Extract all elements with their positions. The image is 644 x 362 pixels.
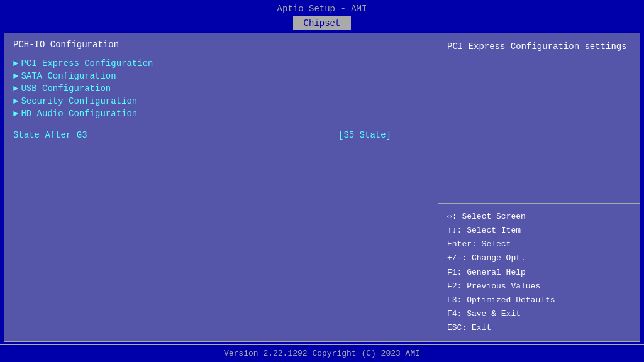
right-panel: PCI Express Configuration settings ⇔: Se…: [438, 33, 640, 341]
state-after-g3-label: State After G3: [13, 130, 87, 140]
menu-item-pci[interactable]: ► PCI Express Configuration: [13, 58, 429, 69]
menu-item-hdaudio-label: HD Audio Configuration: [21, 109, 137, 119]
state-after-g3-setting[interactable]: State After G3 [S5 State]: [13, 130, 429, 140]
chipset-tab-label: Chipset: [304, 18, 341, 28]
tab-row: Chipset: [0, 14, 644, 30]
key-help-line: +/-: Change Opt.: [447, 251, 631, 265]
left-panel: PCH-IO Configuration ► PCI Express Confi…: [4, 33, 438, 341]
key-help-line: ↑↓: Select Item: [447, 224, 631, 238]
arrow-icon-hdaudio: ►: [13, 109, 18, 119]
menu-item-usb[interactable]: ► USB Configuration: [13, 84, 429, 94]
right-panel-keys: ⇔: Select Screen↑↓: Select ItemEnter: Se…: [438, 204, 640, 341]
chipset-tab[interactable]: Chipset: [293, 16, 352, 30]
left-panel-title: PCH-IO Configuration: [13, 40, 429, 50]
menu-item-usb-label: USB Configuration: [21, 84, 111, 94]
arrow-icon-pci: ►: [13, 58, 18, 69]
key-help-line: ⇔: Select Screen: [447, 210, 631, 224]
right-panel-help: PCI Express Configuration settings: [438, 33, 640, 204]
key-help-line: F4: Save & Exit: [447, 307, 631, 321]
menu-item-security[interactable]: ► Security Configuration: [13, 96, 429, 106]
menu-item-sata[interactable]: ► SATA Configuration: [13, 71, 429, 81]
key-help-block: ⇔: Select Screen↑↓: Select ItemEnter: Se…: [447, 210, 631, 335]
main-content: PCH-IO Configuration ► PCI Express Confi…: [4, 33, 640, 342]
footer-text: Version 2.22.1292 Copyright (C) 2023 AMI: [224, 349, 420, 358]
menu-item-security-label: Security Configuration: [21, 96, 137, 106]
menu-item-hdaudio[interactable]: ► HD Audio Configuration: [13, 109, 429, 119]
title-text: Aptio Setup - AMI: [277, 4, 367, 14]
key-help-line: F1: General Help: [447, 266, 631, 280]
state-after-g3-value: [S5 State]: [338, 130, 391, 140]
menu-item-sata-label: SATA Configuration: [21, 71, 116, 81]
help-text: PCI Express Configuration settings: [447, 40, 631, 53]
title-bar: Aptio Setup - AMI: [0, 0, 644, 14]
key-help-line: F2: Previous Values: [447, 280, 631, 293]
arrow-icon-sata: ►: [13, 71, 18, 81]
arrow-icon-usb: ►: [13, 84, 18, 94]
menu-item-pci-label: PCI Express Configuration: [21, 58, 153, 69]
footer: Version 2.22.1292 Copyright (C) 2023 AMI: [0, 344, 644, 362]
arrow-icon-security: ►: [13, 96, 18, 106]
key-help-line: Enter: Select: [447, 238, 631, 251]
key-help-line: ESC: Exit: [447, 321, 631, 335]
bios-setup-screen: Aptio Setup - AMI Chipset PCH-IO Configu…: [0, 0, 644, 362]
key-help-line: F3: Optimized Defaults: [447, 293, 631, 307]
